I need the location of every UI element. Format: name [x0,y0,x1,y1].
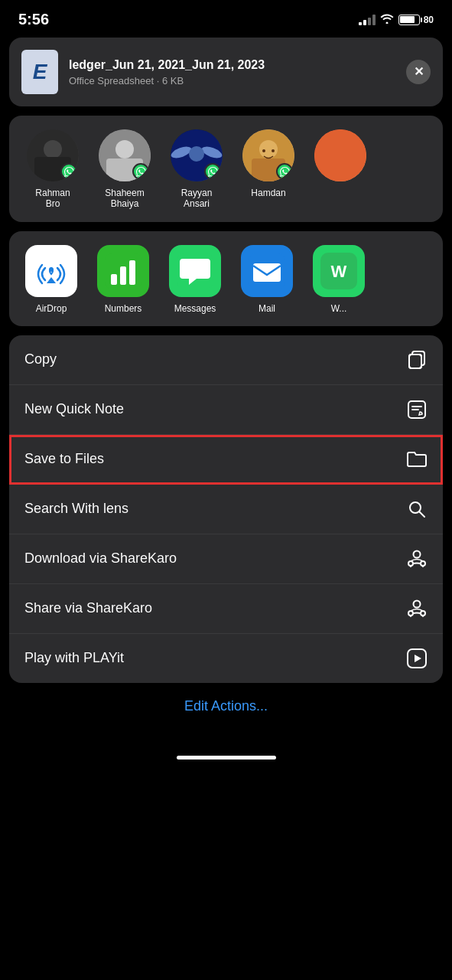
contact-name: ShaheemBhaiya [105,188,144,210]
folder-icon [406,449,428,470]
contacts-section: RahmanBro ShaheemBhaiya [9,116,443,222]
search-icon [406,498,428,520]
action-search-with-lens[interactable]: Search With lens [9,485,443,534]
action-save-to-files[interactable]: Save to Files [9,435,443,485]
action-label-copy: Copy [24,351,57,368]
sharekaro-download-icon [406,548,428,570]
svg-point-14 [262,149,265,152]
contact-name: RahmanBro [35,188,70,210]
svg-point-38 [421,611,425,616]
svg-text:W: W [331,262,347,281]
avatar [242,129,294,181]
action-new-quick-note[interactable]: New Quick Note [9,385,443,435]
whatsapp-badge [132,163,149,180]
svg-rect-22 [129,260,135,285]
home-indicator [0,750,452,769]
apps-row: AirDrop Numbers [17,245,435,314]
share-sheet: E ledger_Jun 21, 2021_Jun 21, 2023 Offic… [0,38,452,750]
svg-point-16 [314,129,366,181]
note-icon [406,399,428,420]
svg-point-1 [44,140,62,158]
avatar [314,129,366,181]
file-info: ledger_Jun 21, 2021_Jun 21, 2023 Office … [69,57,395,87]
whatsapp-badge [276,163,293,180]
messages-icon-wrap [169,245,221,297]
app-item-airdrop[interactable]: AirDrop [17,245,86,314]
svg-point-12 [259,140,278,158]
action-label-save-to-files: Save to Files [24,451,104,467]
close-button[interactable]: ✕ [406,60,431,84]
file-meta: Office Spreadsheet · 6 KB [69,75,395,87]
apps-section: AirDrop Numbers [9,231,443,326]
svg-point-36 [414,600,421,607]
app-label: AirDrop [36,303,67,314]
status-time: 5:56 [18,11,49,28]
svg-point-18 [49,267,54,272]
svg-rect-21 [120,266,126,285]
contact-item[interactable]: RayyanAnsari [162,129,231,210]
contact-item[interactable]: RahmanBro [18,129,87,210]
copy-icon [406,349,428,371]
svg-point-37 [408,611,413,616]
svg-point-35 [421,561,425,566]
whatsapp-badge [60,163,77,180]
action-label-playit: Play with PLAYit [24,650,124,666]
sharekaro-share-icon [406,598,428,619]
whatsapp-badge [204,163,221,180]
action-label-share-sharekaro: Share via ShareKaro [24,600,152,616]
action-label-download-sharekaro: Download via ShareKaro [24,550,177,567]
app-label: Numbers [105,303,142,314]
action-list: Copy New Quick Note [9,335,443,683]
contact-item[interactable]: Hamdan [234,129,303,210]
action-label-search: Search With lens [24,501,128,517]
status-icons: 80 [359,13,434,27]
contact-item[interactable] [306,129,375,210]
edit-actions-button[interactable]: Edit Actions... [184,698,268,714]
app-label: Mail [259,303,275,314]
action-download-sharekaro[interactable]: Download via ShareKaro [9,534,443,584]
action-share-sharekaro[interactable]: Share via ShareKaro [9,584,443,634]
status-bar: 5:56 80 [0,0,452,34]
svg-point-33 [414,550,421,557]
svg-point-15 [272,149,275,152]
file-name: ledger_Jun 21, 2021_Jun 21, 2023 [69,57,395,74]
contact-name: Hamdan [251,188,285,198]
mail-icon-wrap [241,245,293,297]
svg-point-10 [189,146,204,162]
file-icon: E [21,50,58,94]
battery-icon: 80 [398,15,434,25]
action-copy[interactable]: Copy [9,335,443,385]
close-icon: ✕ [414,66,424,78]
contact-name: RayyanAnsari [181,188,213,210]
app-item-numbers[interactable]: Numbers [89,245,158,314]
app-label: W... [331,303,347,314]
signal-icon [359,15,376,25]
app-label: Messages [174,303,216,314]
app-item-extra[interactable]: W W... [304,245,373,314]
wifi-icon [380,13,394,27]
avatar [171,129,223,181]
extra-icon-wrap: W [313,245,365,297]
edit-actions-section: Edit Actions... [9,692,443,727]
svg-point-5 [115,140,134,158]
home-indicator-bar [177,756,276,760]
playit-icon [406,648,428,669]
avatar [27,129,79,181]
app-item-mail[interactable]: Mail [233,245,301,314]
contact-item[interactable]: ShaheemBhaiya [90,129,159,210]
svg-rect-25 [253,263,281,282]
app-item-messages[interactable]: Messages [161,245,229,314]
numbers-icon-wrap [97,245,149,297]
avatar [99,129,151,181]
svg-rect-29 [409,354,421,368]
action-label-new-quick-note: New Quick Note [24,401,124,417]
file-header: E ledger_Jun 21, 2021_Jun 21, 2023 Offic… [9,38,443,106]
contacts-row: RahmanBro ShaheemBhaiya [18,129,434,210]
battery-level: 80 [424,15,434,25]
action-play-playit[interactable]: Play with PLAYit [9,634,443,683]
svg-point-34 [408,561,413,566]
airdrop-icon-wrap [25,245,77,297]
svg-rect-20 [111,274,117,285]
file-icon-letter: E [33,60,47,84]
